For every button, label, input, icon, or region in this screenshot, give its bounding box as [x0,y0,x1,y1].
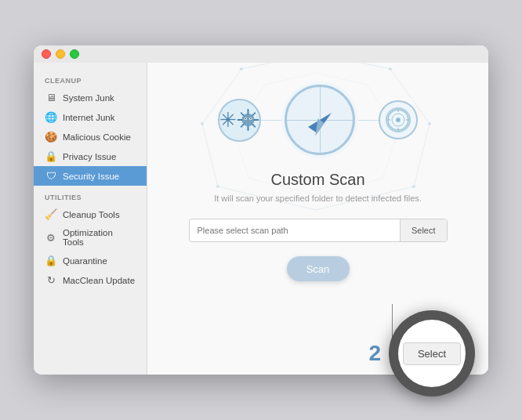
sidebar-item-macclean-update[interactable]: ↻ MacClean Update [34,270,147,290]
spotlight-circle: Select [389,310,475,396]
sidebar-label-security-issue: Security Issue [63,172,119,181]
target-icon [379,100,418,139]
malicious-cookie-icon: 🍪 [45,131,57,143]
maximize-button[interactable] [70,49,79,59]
macclean-update-icon: ↻ [45,274,57,286]
sidebar-item-system-junk[interactable]: 🖥 System Junk [34,88,147,107]
sidebar-label-privacy-issue: Privacy Issue [63,152,116,161]
scan-icons-row [218,85,418,155]
quarantine-icon: 🔒 [45,255,57,266]
svg-point-2 [240,67,243,71]
sidebar-label-quarantine: Quarantine [63,256,107,266]
cleanup-tools-icon: 🧹 [45,208,57,220]
svg-point-4 [389,67,392,71]
svg-point-6 [412,185,415,188]
svg-line-17 [241,125,244,127]
sidebar-label-macclean-update: MacClean Update [63,276,135,285]
svg-line-16 [252,113,255,115]
sidebar-item-internet-junk[interactable]: 🌐 Internet Junk [34,107,147,127]
spotlight-select-button[interactable]: Select [403,342,461,365]
sidebar-label-system-junk: System Junk [63,93,114,103]
optimization-tools-icon: ⚙ [45,232,57,244]
title-bar [34,45,488,63]
svg-point-23 [392,114,404,126]
close-button[interactable] [42,49,51,59]
svg-point-20 [245,118,246,120]
privacy-issue-icon: 🔒 [45,150,57,162]
internet-junk-icon: 🌐 [45,111,57,123]
virus-icon [218,99,261,142]
sidebar: Cleanup 🖥 System Junk 🌐 Internet Junk 🍪 … [34,45,147,375]
sidebar-item-malicious-cookie[interactable]: 🍪 Malicious Cookie [34,127,147,147]
system-junk-icon: 🖥 [45,92,57,103]
page-title: Custom Scan [270,171,364,189]
cleanup-section-label: Cleanup [34,69,147,88]
sidebar-label-optimization-tools: Optimization Tools [63,228,136,247]
utilities-section-label: Utilities [34,186,147,205]
compass-arrow [308,107,332,133]
sidebar-item-security-issue[interactable]: 🛡 Security Issue [34,166,147,186]
compass-scan-icon [285,85,355,155]
scan-button[interactable]: Scan [287,256,350,281]
sidebar-item-privacy-issue[interactable]: 🔒 Privacy Issue [34,147,147,166]
sidebar-item-optimization-tools[interactable]: ⚙ Optimization Tools [34,224,147,251]
scan-path-input[interactable] [190,219,400,241]
sidebar-item-quarantine[interactable]: 🔒 Quarantine [34,251,147,270]
security-issue-icon: 🛡 [45,170,57,182]
svg-point-5 [428,122,431,125]
sidebar-item-cleanup-tools[interactable]: 🧹 Cleanup Tools [34,205,147,224]
sidebar-label-cleanup-tools: Cleanup Tools [63,210,120,219]
sidebar-label-malicious-cookie: Malicious Cookie [63,132,131,142]
annotation-number: 2 [368,341,381,366]
spotlight-inner: Select [398,320,466,387]
page-subtitle: It will scan your specified folder to de… [214,194,422,203]
svg-point-21 [250,118,252,120]
select-path-button[interactable]: Select [400,219,447,241]
svg-line-15 [252,125,255,127]
svg-point-24 [396,118,401,122]
svg-point-22 [388,110,408,130]
minimize-button[interactable] [56,49,65,59]
svg-point-8 [201,122,204,125]
path-input-row: Select [189,219,448,242]
sidebar-label-internet-junk: Internet Junk [63,113,114,122]
svg-line-14 [241,113,244,115]
annotation-overlay: 2 Select [368,310,475,396]
svg-point-7 [216,185,219,188]
